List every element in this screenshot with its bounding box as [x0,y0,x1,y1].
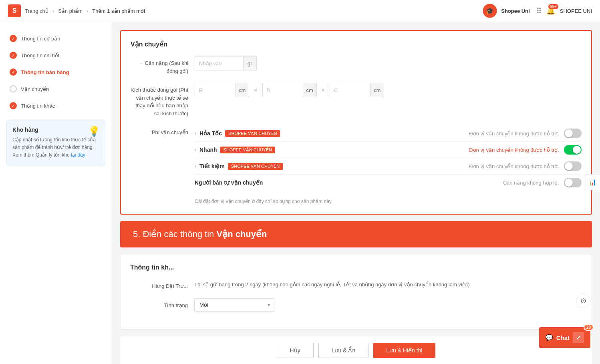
shopee-logo-icon: S [8,4,21,17]
breadcrumb-home[interactable]: Trang chủ [25,8,48,14]
kho-hang-link[interactable]: tại đây [71,152,85,158]
notification-btn[interactable]: 🔔 99+ [546,6,555,15]
chat-icon: 💬 [546,334,553,341]
kho-hang-description: Cập nhật số lượng tồn kho thực tế của sả… [12,136,99,159]
chat-expand-icon[interactable]: ⤢ [573,332,584,343]
shopee-badge-hoa-toc: SHOPEE VẬN CHUYỂN [225,130,280,137]
sidebar-label-ban-hang: Thông tin bán hàng [21,69,69,75]
shipping-name-hoa-toc: Hỏa Tốc [199,130,222,137]
shopee-badge-nhanh: SHOPEE VẬN CHUYỂN [220,147,275,153]
hang-dat-truoc-content: Tôi sẽ gửi hàng trong 2 ngày (không bao … [194,279,582,288]
hang-dat-truoc-label: Hàng Đặt Trư... [130,279,194,290]
check-icon-5: ✓ [10,102,17,109]
overlay-banner: 5. Điền các thông tin Vận chuyển [120,221,592,247]
c-input[interactable] [330,83,370,97]
person-icon: ⊙ [580,296,586,305]
van-chuyen-title: Vận chuyển [131,40,582,48]
kho-hang-card: Kho hàng Cập nhật số lượng tồn kho thực … [6,121,105,165]
uni-logo-icon: 🎓 [482,3,498,19]
shipping-right-nguoi-ban: Cân nặng không hợp lệ. [503,178,582,187]
shipping-status-nguoi-ban: Cân nặng không hợp lệ. [503,180,559,186]
lightbulb-icon: 💡 [88,126,100,137]
tinh-trang-content: Mới Đã sử dụng ▾ [194,298,582,312]
phi-van-chuyen-row: Phí vận chuyển › Hỏa Tốc SHOPEE VẬN CHUY… [131,125,582,191]
notification-badge: 99+ [548,4,558,9]
grid-icon-btn[interactable]: ⠿ [536,6,542,15]
sidebar-item-van-chuyen[interactable]: Vận chuyển [0,80,112,97]
c-unit: cm [370,83,384,97]
can-nang-label: · Cân nặng (Sau khi đóng gói) [131,56,195,75]
phi-van-chuyen-label: Phí vận chuyển [131,125,195,137]
can-nang-input[interactable] [195,56,243,70]
save-show-button[interactable]: Lưu & Hiển thị [373,343,435,358]
shipping-footer-note: Cài đặt đơn vị vận chuyển ở đây chỉ áp d… [131,199,582,204]
toggle-nguoi-ban[interactable] [564,178,582,187]
can-nang-unit: gr [243,56,256,70]
breadcrumb-sep-2: › [87,8,88,14]
d-input-wrap: cm [262,83,317,97]
person-floating-btn[interactable]: ⊙ [576,294,590,308]
toggle-hoa-toc[interactable] [564,129,582,138]
chevron-nhanh[interactable]: › [195,147,196,153]
shipping-right-tiet-kiem: Đơn vị vận chuyển không được hỗ trợ. [469,161,582,171]
phi-van-chuyen-content: › Hỏa Tốc SHOPEE VẬN CHUYỂN Đơn vị vận c… [195,125,582,191]
toggle-tiet-kiem[interactable] [564,161,582,171]
chevron-tiet-kiem[interactable]: › [195,163,196,169]
save-hidden-button[interactable]: Lưu & Ẩn [318,343,368,358]
sidebar: ✓ Thông tin cơ bản ✓ Thông tin chi tiết … [0,22,112,364]
sidebar-item-khac[interactable]: ✓ Thông tin khác [0,97,112,114]
thong-tin-khac-title: Thông tin kh... [130,264,582,271]
sidebar-item-chi-tiet[interactable]: ✓ Thông tin chi tiết [0,47,112,64]
floating-right-buttons: 📊 [584,174,600,190]
header-icons: ⠿ 🔔 99+ SHOPEE UNI [536,6,592,15]
can-nang-input-wrap: gr [195,56,257,70]
sidebar-item-co-ban[interactable]: ✓ Thông tin cơ bản [0,30,112,47]
check-icon-3: ✓ [10,68,17,76]
can-nang-content: gr [195,56,582,70]
shipping-left-hoa-toc: › Hỏa Tốc SHOPEE VẬN CHUYỂN [195,130,280,137]
tinh-trang-select[interactable]: Mới Đã sử dụng [194,298,274,312]
check-icon-1: ✓ [10,35,17,42]
shipping-right-nhanh: Đơn vị vận chuyển không được hỗ trợ. [469,145,582,155]
sidebar-item-ban-hang[interactable]: ✓ Thông tin bán hàng [0,64,112,80]
van-chuyen-section: Vận chuyển · Cân nặng (Sau khi đóng gói)… [120,30,592,215]
shipping-status-tiet-kiem: Đơn vị vận chuyển không được hỗ trợ. [469,163,559,169]
tinh-trang-select-wrap: Mới Đã sử dụng ▾ [194,298,274,312]
header-right: 🎓 Shopee Uni ⠿ 🔔 99+ SHOPEE UNI [482,3,592,19]
shipping-option-hoa-toc: › Hỏa Tốc SHOPEE VẬN CHUYỂN Đơn vị vận c… [195,125,582,142]
kich-thuoc-content: cm × cm × cm [195,83,582,97]
shipping-option-tiet-kiem: › Tiết kiệm SHOPEE VẬN CHUYỂN Đơn vị vận… [195,158,582,175]
chat-label: Chat [556,334,570,341]
dim-sep-1: × [254,87,257,93]
shipping-left-nhanh: › Nhanh SHOPEE VẬN CHUYỂN [195,147,275,153]
header: S Trang chủ › Sản phẩm › Thêm 1 sản phẩm… [0,0,600,22]
shipping-status-hoa-toc: Đơn vị vận chuyển không được hỗ trợ. [469,131,559,137]
shipping-name-nguoi-ban: Người bán tự vận chuyển [195,179,263,186]
circle-icon-4 [10,85,17,93]
toggle-nhanh[interactable] [564,145,582,155]
kho-hang-title: Kho hàng [12,127,99,133]
breadcrumb-products[interactable]: Sản phẩm [58,8,83,14]
tinh-trang-label: Tình trạng [130,298,194,310]
cancel-button[interactable]: Hủy [277,343,314,358]
r-input[interactable] [195,83,235,97]
shipping-option-nhanh: › Nhanh SHOPEE VẬN CHUYỂN Đơn vị vận chu… [195,142,582,158]
chat-button[interactable]: 💬 Chat ⤢ 20 [539,327,590,348]
svg-text:🎓: 🎓 [486,7,494,15]
kich-thuoc-label: Kích thước đóng gói (Phí vận chuyển thực… [131,83,195,117]
hang-dat-truoc-row: Hàng Đặt Trư... Tôi sẽ gửi hàng trong 2 … [130,279,582,290]
tinh-trang-row: Tình trạng Mới Đã sử dụng ▾ [130,298,582,312]
sidebar-label-co-ban: Thông tin cơ bản [21,36,60,42]
d-input[interactable] [263,83,303,97]
chart-icon-btn[interactable]: 📊 [584,174,600,190]
check-icon-2: ✓ [10,52,17,59]
shipping-name-nhanh: Nhanh [199,147,217,153]
shopee-badge-tiet-kiem: SHOPEE VẬN CHUYỂN [228,163,283,170]
thong-tin-khac-section: Thông tin kh... Hàng Đặt Trư... Tôi sẽ g… [120,254,592,330]
sidebar-label-khac: Thông tin khác [21,103,55,109]
shipping-status-nhanh: Đơn vị vận chuyển không được hỗ trợ. [469,147,559,153]
shipping-left-nguoi-ban: Người bán tự vận chuyển [195,179,263,186]
sidebar-label-chi-tiet: Thông tin chi tiết [21,52,59,58]
chevron-hoa-toc[interactable]: › [195,131,196,136]
breadcrumb-sep-1: › [52,8,54,14]
